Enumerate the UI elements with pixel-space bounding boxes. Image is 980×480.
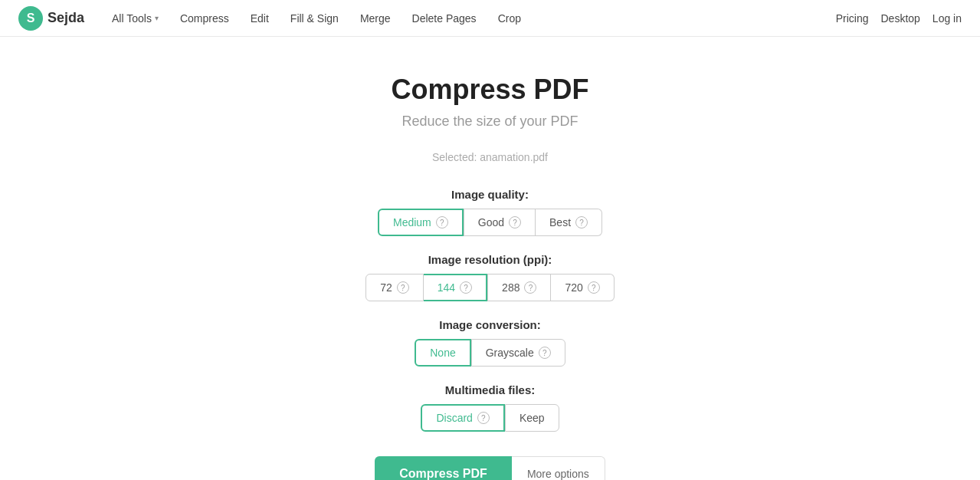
- quality-good-help-icon[interactable]: ?: [509, 216, 521, 228]
- quality-medium-button[interactable]: Medium ?: [378, 209, 464, 236]
- image-conversion-row: Image conversion: None Grayscale ?: [415, 318, 565, 367]
- conversion-none-button[interactable]: None: [415, 339, 470, 367]
- resolution-72-help-icon[interactable]: ?: [397, 281, 409, 294]
- nav-crop[interactable]: Crop: [489, 8, 530, 29]
- multimedia-keep-button[interactable]: Keep: [505, 404, 559, 432]
- image-quality-group: Medium ? Good ? Best ?: [378, 209, 602, 236]
- page-subtitle: Reduce the size of your PDF: [402, 113, 578, 130]
- nav-login[interactable]: Log in: [932, 12, 962, 25]
- quality-best-button[interactable]: Best ?: [536, 209, 602, 236]
- nav-desktop[interactable]: Desktop: [880, 12, 919, 25]
- resolution-144-button[interactable]: 144 ?: [424, 274, 487, 301]
- logo-icon: S: [18, 6, 43, 31]
- image-resolution-label: Image resolution (ppi):: [428, 253, 552, 266]
- selected-file: Selected: anamation.pdf: [432, 151, 548, 163]
- nav-edit[interactable]: Edit: [241, 8, 278, 29]
- resolution-288-help-icon[interactable]: ?: [524, 281, 536, 294]
- options-container: Image quality: Medium ? Good ? Best ? Im…: [0, 188, 980, 432]
- page-title: Compress PDF: [391, 74, 588, 106]
- main-content: Compress PDF Reduce the size of your PDF…: [0, 37, 980, 480]
- nav-delete-pages[interactable]: Delete Pages: [403, 8, 486, 29]
- image-conversion-label: Image conversion:: [439, 318, 541, 331]
- logo-text: Sejda: [48, 10, 84, 26]
- image-resolution-group: 72 ? 144 ? 288 ? 720 ?: [365, 274, 615, 301]
- navbar: S Sejda All Tools ▾ Compress Edit Fill &…: [0, 0, 980, 37]
- nav-all-tools[interactable]: All Tools ▾: [103, 8, 168, 29]
- multimedia-files-group: Discard ? Keep: [421, 404, 559, 432]
- resolution-720-button[interactable]: 720 ?: [551, 274, 614, 301]
- quality-good-button[interactable]: Good ?: [464, 209, 536, 236]
- more-options-button[interactable]: More options: [512, 456, 605, 480]
- resolution-144-help-icon[interactable]: ?: [460, 281, 472, 294]
- logo[interactable]: S Sejda: [18, 6, 84, 31]
- chevron-down-icon: ▾: [155, 14, 159, 22]
- image-conversion-group: None Grayscale ?: [415, 339, 565, 367]
- conversion-grayscale-button[interactable]: Grayscale ?: [471, 339, 565, 367]
- quality-medium-help-icon[interactable]: ?: [436, 216, 448, 228]
- nav-links: All Tools ▾ Compress Edit Fill & Sign Me…: [103, 8, 836, 29]
- nav-fill-sign[interactable]: Fill & Sign: [281, 8, 348, 29]
- conversion-grayscale-help-icon[interactable]: ?: [539, 347, 551, 359]
- multimedia-discard-help-icon[interactable]: ?: [477, 412, 490, 424]
- image-resolution-row: Image resolution (ppi): 72 ? 144 ? 288 ?…: [365, 253, 615, 301]
- resolution-288-button[interactable]: 288 ?: [487, 274, 551, 301]
- nav-merge[interactable]: Merge: [351, 8, 400, 29]
- multimedia-discard-button[interactable]: Discard ?: [421, 404, 504, 432]
- quality-best-help-icon[interactable]: ?: [575, 216, 588, 228]
- resolution-720-help-icon[interactable]: ?: [588, 281, 600, 294]
- image-quality-label: Image quality:: [451, 188, 529, 201]
- nav-pricing[interactable]: Pricing: [836, 12, 869, 25]
- image-quality-row: Image quality: Medium ? Good ? Best ?: [378, 188, 602, 236]
- nav-compress[interactable]: Compress: [171, 8, 238, 29]
- compress-pdf-button[interactable]: Compress PDF: [375, 456, 512, 480]
- bottom-actions: Compress PDF More options: [375, 456, 605, 480]
- multimedia-files-label: Multimedia files:: [445, 383, 536, 396]
- multimedia-files-row: Multimedia files: Discard ? Keep: [421, 383, 559, 432]
- resolution-72-button[interactable]: 72 ?: [365, 274, 424, 301]
- nav-right: Pricing Desktop Log in: [836, 12, 962, 25]
